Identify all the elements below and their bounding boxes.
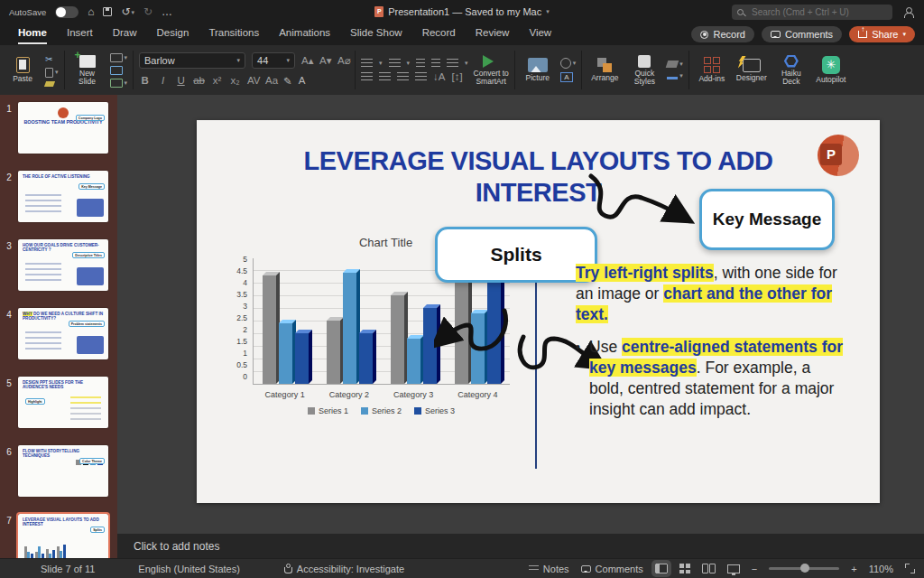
align-center-button[interactable] xyxy=(379,72,391,81)
slide-sorter-view-button[interactable] xyxy=(679,564,690,573)
language-indicator[interactable]: English (United States) xyxy=(138,564,240,574)
tab-home[interactable]: Home xyxy=(18,24,47,44)
zoom-out-button[interactable]: − xyxy=(752,564,757,574)
decrease-indent-button[interactable] xyxy=(416,59,425,68)
copy-button[interactable]: ▾ xyxy=(45,68,59,78)
slide-layout-button[interactable]: ▾ xyxy=(110,53,128,62)
document-title-chevron-icon[interactable]: ▾ xyxy=(546,8,550,15)
addins-button[interactable]: Add-ins xyxy=(695,57,729,83)
undo-icon[interactable]: ↺▾ xyxy=(121,6,134,17)
comments-button[interactable]: Comments xyxy=(762,26,842,42)
new-slide-button[interactable]: New Slide xyxy=(70,55,105,86)
align-text-button[interactable]: [↕] xyxy=(451,71,463,82)
chart-legend: Series 1Series 2Series 3 xyxy=(253,406,510,415)
current-slide[interactable]: LEVERAGE VISUAL LAYOUTS TO ADD INTEREST … xyxy=(197,120,880,503)
key-message-callout[interactable]: Key Message xyxy=(699,189,835,250)
slide-thumbnail-4[interactable]: WHY DO WE NEED A CULTURE SHIFT IN PRODUC… xyxy=(18,308,108,359)
fit-slide-button[interactable] xyxy=(905,564,915,573)
slide-thumbnail-2[interactable]: THE ROLE OF ACTIVE LISTENINGKey Message xyxy=(18,171,108,222)
reset-slide-button[interactable] xyxy=(110,66,128,75)
tab-transitions[interactable]: Transitions xyxy=(208,24,259,44)
bold-button[interactable]: B xyxy=(139,75,151,86)
character-spacing-button[interactable]: AV xyxy=(247,75,259,86)
line-spacing-button[interactable] xyxy=(447,59,458,68)
slide-number: 2 xyxy=(0,171,18,222)
font-size-select[interactable]: 44▾ xyxy=(252,52,295,69)
presence-icon[interactable] xyxy=(903,7,915,17)
record-button[interactable]: Record xyxy=(691,26,753,42)
clear-formatting-icon[interactable]: A⌀ xyxy=(337,54,349,67)
tab-insert[interactable]: Insert xyxy=(67,24,93,44)
decrease-font-icon[interactable]: A▾ xyxy=(319,54,331,67)
arrange-button[interactable]: Arrange xyxy=(587,58,622,82)
align-left-button[interactable] xyxy=(361,72,373,81)
shape-fill-button[interactable]: ▾ xyxy=(667,61,683,68)
tab-slide-show[interactable]: Slide Show xyxy=(350,24,402,44)
splits-callout[interactable]: Splits xyxy=(435,227,597,283)
cut-button[interactable]: ✂ xyxy=(45,54,59,64)
font-color-button[interactable]: A xyxy=(299,76,306,85)
autosave-toggle[interactable] xyxy=(55,6,79,18)
zoom-in-button[interactable]: + xyxy=(851,564,856,574)
redo-icon[interactable]: ↻ xyxy=(143,6,152,17)
notes-pane[interactable]: Click to add notes xyxy=(117,533,924,558)
slide-thumbnail-1[interactable]: BOOSTING TEAM PRODUCTIVITYCompany Logo xyxy=(18,102,108,154)
section-button[interactable]: ▾ xyxy=(110,79,128,88)
tab-record[interactable]: Record xyxy=(422,24,456,44)
paste-button[interactable]: Paste xyxy=(5,57,40,83)
tab-animations[interactable]: Animations xyxy=(279,24,330,44)
reading-view-button[interactable] xyxy=(702,564,716,573)
underline-button[interactable]: U xyxy=(175,75,187,86)
zoom-slider[interactable] xyxy=(769,567,839,570)
save-icon[interactable] xyxy=(103,7,112,16)
normal-view-button[interactable] xyxy=(655,564,668,573)
share-button[interactable]: Share▾ xyxy=(849,26,915,42)
comments-toggle[interactable]: Comments xyxy=(581,564,643,574)
notes-toggle[interactable]: Notes xyxy=(529,564,569,574)
haiku-deck-button[interactable]: Haiku Deck xyxy=(774,55,808,86)
format-painter-button[interactable] xyxy=(45,81,59,87)
more-commands-icon[interactable]: … xyxy=(162,6,172,17)
shapes-button[interactable]: ▾ xyxy=(560,58,577,69)
tab-draw[interactable]: Draw xyxy=(113,24,137,44)
convert-to-smartart-button[interactable]: Convert to SmartArt xyxy=(474,55,509,86)
home-icon[interactable]: ⌂ xyxy=(88,6,94,17)
align-right-button[interactable] xyxy=(397,72,409,81)
tab-view[interactable]: View xyxy=(529,24,551,44)
increase-font-icon[interactable]: A▴ xyxy=(301,54,313,67)
document-title[interactable]: Presentation1 — Saved to my Mac xyxy=(388,6,541,17)
zoom-level[interactable]: 110% xyxy=(869,564,893,574)
slide-thumbnail-5[interactable]: DESIGN PPT SLIDES FOR THE AUDIENCE'S NEE… xyxy=(18,377,108,428)
tab-review[interactable]: Review xyxy=(476,24,510,44)
increase-indent-button[interactable] xyxy=(431,59,440,68)
shape-outline-button[interactable]: ▾ xyxy=(667,71,683,79)
font-name-select[interactable]: Barlow▾ xyxy=(139,52,245,69)
slide-body-text[interactable]: Try left-right splits, with one side for… xyxy=(576,263,846,432)
subscript-button[interactable]: x₂ xyxy=(229,75,241,86)
picture-button[interactable]: Picture xyxy=(521,58,555,82)
highlight-color-button[interactable]: ✎ xyxy=(283,72,292,89)
search-input[interactable] xyxy=(732,5,892,20)
slide-thumbnail-6[interactable]: FLOW WITH STORYTELLING TECHNIQUESColor T… xyxy=(18,445,108,497)
italic-button[interactable]: I xyxy=(157,75,169,86)
slide-thumbnail-row: 3HOW OUR GOALS DRIVE CUSTOMER-CENTRICITY… xyxy=(0,239,117,291)
change-case-button[interactable]: Aa xyxy=(265,75,277,86)
text-box-button[interactable]: A xyxy=(560,72,577,82)
text-direction-button[interactable]: ↓A xyxy=(433,71,445,82)
tab-design[interactable]: Design xyxy=(157,24,189,44)
superscript-button[interactable]: x² xyxy=(211,75,223,86)
quick-styles-button[interactable]: Quick Styles xyxy=(627,55,661,86)
slide-thumbnail-7[interactable]: LEVERAGE VISUAL LAYOUTS TO ADD INTERESTS… xyxy=(18,514,108,558)
numbering-button[interactable] xyxy=(389,59,401,68)
justify-button[interactable] xyxy=(415,72,427,81)
slideshow-button[interactable] xyxy=(727,564,740,573)
slide-indicator[interactable]: Slide 7 of 11 xyxy=(41,564,95,574)
designer-button[interactable]: Designer xyxy=(735,59,769,82)
slide-thumbnail-3[interactable]: HOW OUR GOALS DRIVE CUSTOMER-CENTRICITY … xyxy=(18,239,108,291)
autosave-label: AutoSave xyxy=(9,7,46,17)
accessibility-status[interactable]: Accessibility: Investigate xyxy=(283,564,404,574)
autopilot-button[interactable]: ✳ Autopilot xyxy=(814,56,848,84)
strikethrough-button[interactable]: ab xyxy=(193,75,205,86)
x-tick-label: Category 4 xyxy=(446,390,510,399)
bullets-button[interactable] xyxy=(361,59,373,68)
